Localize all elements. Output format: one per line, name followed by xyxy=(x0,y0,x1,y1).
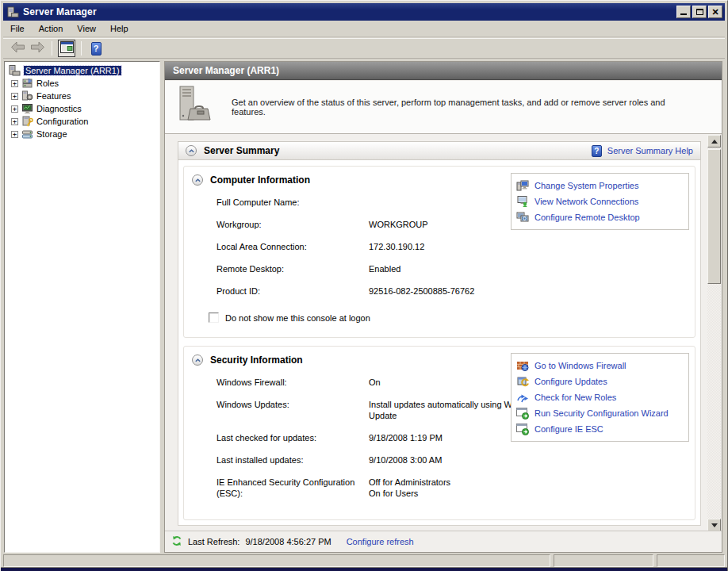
tree-item-configuration[interactable]: Configuration xyxy=(5,115,159,128)
minimize-icon xyxy=(680,13,687,15)
server-summary-header: Server Summary Server Summary Help xyxy=(178,141,701,160)
dont-show-console-checkbox[interactable] xyxy=(209,312,219,323)
server-toolbox-icon xyxy=(176,85,214,129)
overview-banner: Get an overview of the status of this se… xyxy=(165,81,722,134)
configure-refresh-link[interactable]: Configure refresh xyxy=(347,537,414,546)
info-value: Enabled xyxy=(369,263,565,274)
scroll-up-button[interactable] xyxy=(707,135,721,148)
updates-icon xyxy=(516,375,529,388)
expand-icon[interactable] xyxy=(11,105,18,113)
configure-updates-link[interactable]: Configure Updates xyxy=(515,374,684,389)
expand-icon[interactable] xyxy=(11,80,18,87)
view-network-connections-link[interactable]: View Network Connections xyxy=(515,194,684,209)
main-panel-title: Server Manager (ARR1) xyxy=(173,65,279,76)
info-row: Last installed updates:9/10/2008 3:00 AM xyxy=(216,454,695,466)
info-label: Workgroup: xyxy=(216,219,369,230)
title-bar[interactable]: Server Manager ✕ xyxy=(3,3,725,21)
subsection-title: Computer Information xyxy=(210,174,310,186)
vertical-scrollbar[interactable] xyxy=(707,135,721,531)
back-arrow-icon xyxy=(10,41,25,56)
task-link-label: Check for New Roles xyxy=(535,393,616,402)
help-button[interactable] xyxy=(87,40,105,57)
expand-icon[interactable] xyxy=(11,93,18,100)
close-icon: ✕ xyxy=(711,8,718,17)
maximize-button[interactable] xyxy=(692,6,707,18)
wizard-window-icon xyxy=(516,423,529,435)
info-value: 172.30.190.12 xyxy=(369,241,565,252)
expand-icon[interactable] xyxy=(11,118,18,125)
window-bottom-edge xyxy=(1,567,727,571)
forward-button[interactable] xyxy=(29,40,46,57)
menu-action[interactable]: Action xyxy=(32,21,71,36)
info-label: Last installed updates: xyxy=(216,454,369,466)
tree-item-diagnostics[interactable]: Diagnostics xyxy=(5,102,159,115)
computer-information-section: Computer Information Full Computer Name:… xyxy=(183,166,695,338)
menu-file[interactable]: File xyxy=(3,21,32,36)
info-label: IE Enhanced Security Configuration (ESC)… xyxy=(216,477,369,499)
info-row: Local Area Connection:172.30.190.12 xyxy=(216,241,695,252)
server-summary-help-link[interactable]: Server Summary Help xyxy=(607,146,693,155)
task-link-label: Configure Updates xyxy=(535,377,607,386)
security-information-section: Security Information Windows Firewall:On… xyxy=(183,346,695,520)
expand-icon[interactable] xyxy=(11,131,18,138)
check-for-new-roles-link[interactable]: Check for New Roles xyxy=(515,389,684,405)
go-to-windows-firewall-link[interactable]: Go to Windows Firewall xyxy=(515,358,684,374)
tree-item-server-manager[interactable]: Server Manager (ARR1) xyxy=(5,64,159,77)
scroll-up-icon xyxy=(711,140,718,144)
menu-view[interactable]: View xyxy=(70,21,103,36)
help-icon xyxy=(91,42,102,56)
scroll-down-button[interactable] xyxy=(707,519,721,531)
remote-desktop-icon xyxy=(516,211,529,224)
info-row: Product ID:92516-082-2500885-76762 xyxy=(216,286,695,297)
collapse-security-info-button[interactable] xyxy=(192,354,203,366)
status-segment xyxy=(657,554,725,567)
show-console-tree-button[interactable] xyxy=(58,40,75,57)
change-system-properties-link[interactable]: Change System Properties xyxy=(515,178,684,194)
tree-item-label: Roles xyxy=(36,79,59,88)
tree-item-label: Storage xyxy=(36,129,67,139)
status-bar xyxy=(3,554,725,567)
console-tree-panel[interactable]: Server Manager (ARR1) Roles Features Dia… xyxy=(4,61,160,553)
menu-help[interactable]: Help xyxy=(103,21,136,36)
tree-item-features[interactable]: Features xyxy=(5,90,159,102)
toolbar-separator xyxy=(81,41,82,56)
task-link-label: Change System Properties xyxy=(535,181,638,190)
roles-icon xyxy=(21,78,33,89)
status-segment xyxy=(554,554,653,567)
scrollbar-thumb[interactable] xyxy=(707,149,721,284)
overview-text: Get an overview of the status of this se… xyxy=(232,98,722,117)
forward-arrow-icon xyxy=(30,41,45,56)
tree-item-storage[interactable]: Storage xyxy=(5,128,159,140)
diagnostics-icon xyxy=(21,103,33,114)
collapse-server-summary-button[interactable] xyxy=(186,145,197,156)
server-summary-help[interactable]: Server Summary Help xyxy=(592,145,693,157)
menu-bar: File Action View Help xyxy=(3,21,725,37)
info-label: Last checked for updates: xyxy=(216,432,369,443)
refresh-status-bar: Last Refresh: 9/18/2008 4:56:27 PM Confi… xyxy=(165,531,722,552)
server-summary-body: Computer Information Full Computer Name:… xyxy=(178,160,701,526)
tree-item-roles[interactable]: Roles xyxy=(5,77,159,90)
main-panel-header: Server Manager (ARR1) xyxy=(165,62,722,80)
main-panel: Server Manager (ARR1) Get an overview of… xyxy=(164,61,722,553)
minimize-button[interactable] xyxy=(676,6,691,18)
last-refresh-label: Last Refresh: xyxy=(188,537,239,546)
task-link-label: Configure IE ESC xyxy=(535,424,603,434)
run-security-configuration-wizard-link[interactable]: Run Security Configuration Wizard xyxy=(515,405,684,421)
collapse-computer-info-button[interactable] xyxy=(192,174,203,186)
configure-ie-esc-link[interactable]: Configure IE ESC xyxy=(515,421,684,437)
section-title: Server Summary xyxy=(204,145,279,156)
info-row: Remote Desktop:Enabled xyxy=(216,263,695,274)
info-label: Windows Updates: xyxy=(216,399,369,421)
task-link-label: Go to Windows Firewall xyxy=(535,361,626,370)
refresh-icon xyxy=(171,535,182,548)
close-button[interactable]: ✕ xyxy=(708,6,722,18)
toolbar-separator xyxy=(52,41,52,56)
info-label: Product ID: xyxy=(216,286,369,297)
back-button[interactable] xyxy=(9,40,26,57)
tree-item-label: Diagnostics xyxy=(36,104,82,113)
task-link-label: Run Security Configuration Wizard xyxy=(535,408,669,418)
configure-remote-desktop-link[interactable]: Configure Remote Desktop xyxy=(515,209,684,225)
dont-show-console-option: Do not show me this console at logon xyxy=(209,312,695,323)
computer-info-tasks: Change System Properties View Network Co… xyxy=(511,173,689,230)
network-connections-icon xyxy=(516,195,529,208)
